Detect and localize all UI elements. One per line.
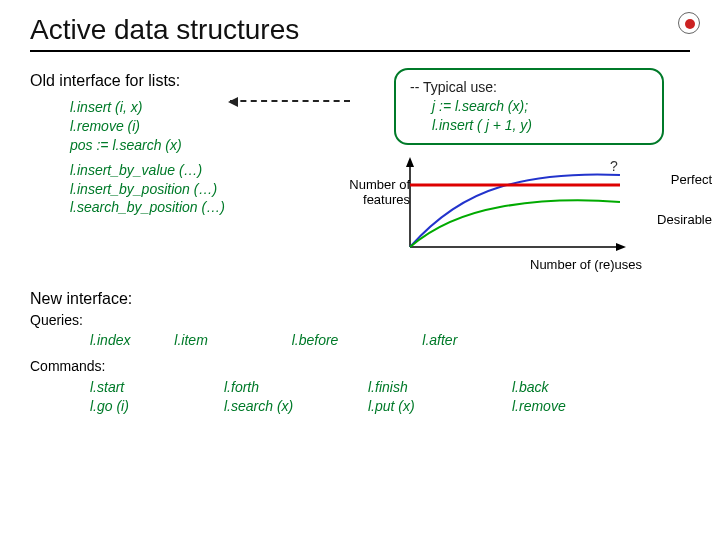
query-item: l.item	[174, 332, 207, 348]
chart-svg: ?	[390, 157, 630, 257]
command-item: l.start	[90, 378, 220, 397]
query-item: l.after	[422, 332, 457, 348]
callout-arrow	[230, 100, 350, 102]
code-line: l.search_by_position (…)	[70, 198, 360, 217]
command-item: l.go (i)	[90, 397, 220, 416]
queries-heading: Queries:	[30, 312, 690, 328]
typical-use-callout: -- Typical use: j := l.search (x); l.ins…	[394, 68, 664, 145]
chart-series-perfect-label: Perfect	[671, 172, 712, 187]
svg-text:?: ?	[610, 158, 618, 174]
query-item: l.before	[292, 332, 339, 348]
logo-badge	[678, 12, 700, 34]
chart-series-desirable-label: Desirable	[657, 212, 712, 227]
chart-y-label: Number of features	[340, 177, 410, 207]
code-line: l.remove (i)	[70, 117, 360, 136]
page-title: Active data structures	[30, 14, 690, 46]
command-item: l.forth	[224, 378, 364, 397]
title-rule	[30, 50, 690, 52]
feature-reuse-chart: Number of features ? Perfect Desirable	[390, 157, 690, 267]
command-item: l.remove	[512, 397, 622, 416]
code-line: l.insert_by_value (…)	[70, 161, 360, 180]
svg-marker-1	[406, 157, 414, 167]
code-line: l.insert_by_position (…)	[70, 180, 360, 199]
command-item: l.put (x)	[368, 397, 508, 416]
svg-marker-3	[616, 243, 626, 251]
callout-line: l.insert ( j + 1, y)	[410, 116, 648, 135]
code-line: pos := l.search (x)	[70, 136, 360, 155]
new-interface-heading: New interface:	[30, 290, 690, 308]
old-code-block-1: l.insert (i, x) l.remove (i) pos := l.se…	[70, 98, 360, 155]
callout-line: -- Typical use:	[410, 78, 648, 97]
queries-row: l.index l.item l.before l.after	[90, 332, 690, 348]
commands-heading: Commands:	[30, 358, 690, 374]
command-item: l.finish	[368, 378, 508, 397]
command-item: l.search (x)	[224, 397, 364, 416]
old-interface-heading: Old interface for lists:	[30, 72, 360, 90]
query-item: l.index	[90, 332, 130, 348]
command-item: l.back	[512, 378, 622, 397]
commands-grid: l.start l.forth l.finish l.back l.go (i)…	[90, 378, 690, 416]
callout-line: j := l.search (x);	[410, 97, 648, 116]
old-code-block-2: l.insert_by_value (…) l.insert_by_positi…	[70, 161, 360, 218]
